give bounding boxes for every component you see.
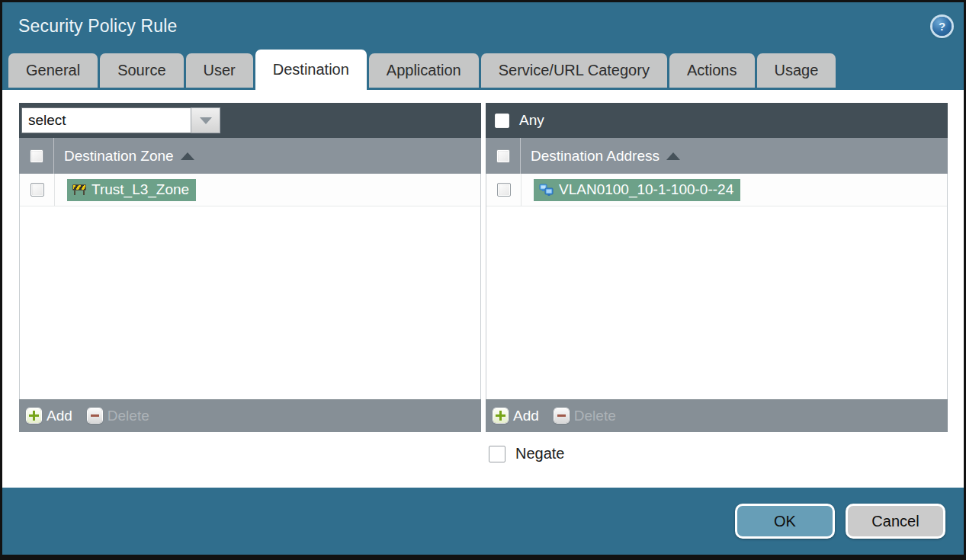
negate-option: Negate: [489, 445, 964, 462]
address-entry[interactable]: VLAN0100_10-1-100-0--24: [534, 179, 740, 201]
chevron-down-icon: [200, 117, 212, 124]
address-column-header[interactable]: Destination Address: [531, 148, 680, 165]
zone-column-header[interactable]: Destination Zone: [64, 148, 194, 165]
zone-row-checkbox[interactable]: [30, 183, 44, 197]
tab-service-url-category[interactable]: Service/URL Category: [481, 53, 667, 88]
zone-select-dropdown-button[interactable]: [191, 107, 220, 133]
plus-icon: [493, 408, 508, 423]
tab-actions[interactable]: Actions: [669, 53, 755, 88]
select-all-zones-checkbox[interactable]: [30, 149, 43, 163]
tab-destination[interactable]: Destination: [255, 50, 367, 90]
zone-list: Trust_L3_Zone: [19, 174, 481, 399]
zone-column-header-label: Destination Zone: [64, 148, 174, 165]
tab-user[interactable]: User: [186, 53, 253, 88]
address-entry-label: VLAN0100_10-1-100-0--24: [559, 181, 733, 198]
delete-address-button[interactable]: Delete: [554, 408, 616, 424]
ok-button[interactable]: OK: [735, 504, 835, 539]
add-zone-button[interactable]: Add: [27, 408, 72, 424]
network-address-icon: [539, 184, 554, 196]
minus-icon: [554, 408, 569, 423]
negate-checkbox[interactable]: [489, 446, 505, 462]
negate-label: Negate: [515, 445, 565, 462]
tab-strip: General Source User Destination Applicat…: [2, 50, 964, 90]
titlebar: Security Policy Rule ?: [2, 2, 964, 50]
cancel-button[interactable]: Cancel: [846, 504, 945, 539]
zone-row: Trust_L3_Zone: [20, 174, 480, 206]
dialog-title: Security Policy Rule: [18, 16, 178, 37]
tab-usage[interactable]: Usage: [757, 53, 836, 88]
delete-zone-button[interactable]: Delete: [88, 408, 149, 424]
zone-footer: Add Delete: [19, 399, 481, 432]
address-list: VLAN0100_10-1-100-0--24: [486, 174, 948, 399]
plus-icon: [27, 408, 41, 423]
tab-source[interactable]: Source: [100, 53, 183, 88]
address-row: VLAN0100_10-1-100-0--24: [486, 174, 947, 206]
address-row-checkbox[interactable]: [497, 183, 511, 197]
sort-ascending-icon: [181, 152, 194, 160]
minus-icon: [88, 408, 102, 423]
tab-general[interactable]: General: [8, 53, 98, 88]
tab-application[interactable]: Application: [369, 53, 479, 88]
help-icon[interactable]: ?: [932, 17, 952, 36]
add-address-button[interactable]: Add: [493, 408, 539, 424]
destination-tab-content: select Destination Zone: [2, 90, 964, 488]
zone-icon: [72, 184, 86, 195]
any-address-label: Any: [519, 112, 544, 129]
dialog-footer: OK Cancel: [2, 488, 964, 555]
zone-select-value[interactable]: select: [21, 107, 191, 133]
sort-ascending-icon: [666, 152, 680, 160]
destination-zone-panel: select Destination Zone: [19, 103, 481, 432]
address-footer: Add Delete: [486, 399, 948, 432]
zone-toolbar: select: [19, 103, 481, 138]
address-table-header: Destination Address: [486, 138, 948, 174]
select-all-addresses-checkbox[interactable]: [496, 149, 510, 163]
zone-entry[interactable]: Trust_L3_Zone: [67, 179, 196, 201]
destination-address-panel: Any Destination Address: [486, 103, 948, 432]
address-toolbar: Any: [486, 103, 948, 138]
any-address-checkbox[interactable]: [495, 114, 509, 128]
zone-table-header: Destination Zone: [19, 138, 481, 174]
address-column-header-label: Destination Address: [531, 148, 660, 165]
zone-select-dropdown[interactable]: select: [21, 107, 220, 133]
zone-entry-label: Trust_L3_Zone: [91, 181, 189, 198]
security-policy-rule-dialog: Security Policy Rule ? General Source Us…: [0, 0, 966, 560]
